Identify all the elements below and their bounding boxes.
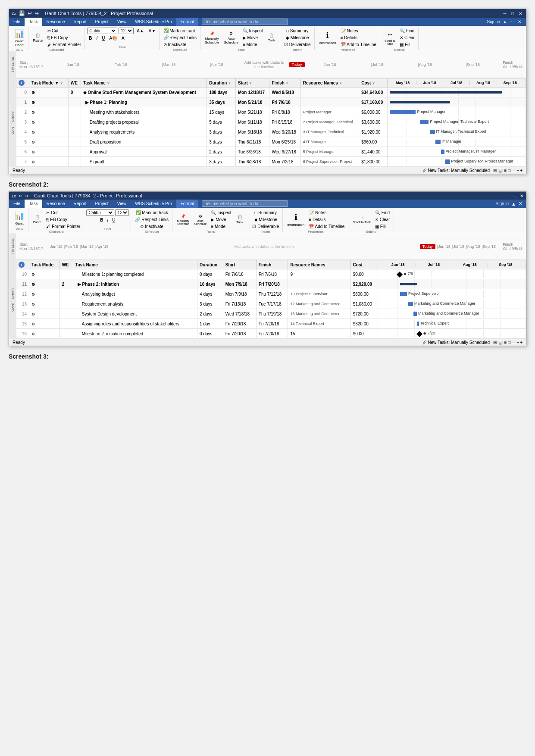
italic-btn[interactable]: I <box>94 35 99 41</box>
s2-undo-btn[interactable]: ↩ <box>19 194 22 198</box>
col-resource-names[interactable]: Resource Names <box>300 78 359 87</box>
s2-col-name[interactable]: Task Name <box>73 260 197 269</box>
col-duration[interactable]: Duration <box>207 78 236 87</box>
respect-links-btn[interactable]: 🔗 Respect Links <box>162 34 198 41</box>
s2-tab-project[interactable]: Project <box>91 200 113 208</box>
tab-task[interactable]: Task <box>25 18 42 26</box>
s2-sign-in[interactable]: Sign in <box>496 201 509 206</box>
s2-respect-links[interactable]: 🔗 Respect Links <box>133 216 170 223</box>
ribbon-minimize-icon[interactable]: ▲ <box>503 19 507 24</box>
tab-view[interactable]: View <box>113 18 131 26</box>
scroll-btn[interactable]: ↔ Scroll toTask <box>382 29 397 47</box>
s2-gantt-btn[interactable]: 📊 Gantt <box>13 210 26 227</box>
tab-resource[interactable]: Resource <box>42 18 69 26</box>
gantt-chart-btn[interactable]: 📊 GanttChart <box>13 28 26 48</box>
mode-btn[interactable]: ≡ Mode <box>241 41 265 48</box>
maximize-btn[interactable]: □ <box>510 10 516 16</box>
s2-col-dur[interactable]: Duration <box>197 260 223 269</box>
s2-milestone-btn[interactable]: ◆ Milestone <box>253 216 279 223</box>
summary-btn[interactable]: □ Summary <box>285 28 310 34</box>
deliverable-btn[interactable]: ☑ Deliverable <box>282 41 313 48</box>
s2-move[interactable]: ▶ Move <box>209 216 233 223</box>
s2-task-btn[interactable]: 📋 Task <box>233 212 246 228</box>
font-size-select[interactable]: 12 <box>119 28 134 34</box>
s2-col-mode[interactable]: Task Mode <box>29 260 60 269</box>
s2-tab-resource[interactable]: Resource <box>42 200 69 208</box>
s2-details-btn[interactable]: ≡ Details <box>307 216 346 223</box>
s2-close[interactable]: ✕ <box>520 194 523 198</box>
paste-btn[interactable]: 📋 Paste <box>31 28 45 48</box>
close-btn[interactable]: ✕ <box>517 10 523 16</box>
s2-size-select[interactable]: 12 <box>115 209 129 216</box>
minimize-btn[interactable]: ─ <box>502 10 508 16</box>
s2-mode[interactable]: ≡ Mode <box>209 223 233 230</box>
s2-col-we[interactable]: WE <box>59 260 73 269</box>
today-btn[interactable]: Today <box>289 62 305 67</box>
s2-copy-btn[interactable]: ⎘ EB Copy <box>44 216 82 223</box>
quick-access-redo[interactable]: ↪ <box>34 10 39 16</box>
s2-italic[interactable]: I <box>106 217 110 223</box>
auto-schedule-btn[interactable]: ⚙ AutoSchedule <box>222 30 240 46</box>
s2-summary-btn[interactable]: □ Summary <box>253 209 279 216</box>
s2-paste-btn[interactable]: 📋 Paste <box>31 209 44 230</box>
s2-redo-btn[interactable]: ↪ <box>25 194 28 198</box>
s2-col-resources[interactable]: Resource Names <box>288 260 350 269</box>
tab-format[interactable]: Format <box>176 18 199 26</box>
s2-timeline-btn[interactable]: 📅 Add to Timeline <box>307 223 346 230</box>
quick-access-undo[interactable]: ↩ <box>28 10 32 16</box>
font-decrease-btn[interactable]: A▼ <box>147 28 158 34</box>
s2-col-cost[interactable]: Cost <box>350 260 378 269</box>
inspect-btn[interactable]: 🔍 Inspect <box>241 28 265 34</box>
s2-tab-view[interactable]: View <box>113 200 131 208</box>
fill-btn[interactable]: ▦ Fill <box>398 41 416 48</box>
clear-btn[interactable]: ✕ Clear <box>398 34 416 41</box>
s2-minimize[interactable]: ─ <box>511 194 514 198</box>
s2-cut-btn[interactable]: ✂ Cut <box>44 209 82 216</box>
milestone-btn[interactable]: ◆ Milestone <box>284 34 311 41</box>
s2-mark-track[interactable]: ✅ Mark on track <box>134 209 170 216</box>
font-color-btn[interactable]: A <box>120 35 126 41</box>
s2-tab-file[interactable]: File <box>9 200 25 208</box>
col-we[interactable]: WE <box>68 78 81 87</box>
s2-ribbon-minimize[interactable]: ▲ <box>511 201 516 206</box>
tab-wbs[interactable]: WBS Schedule Pro <box>131 18 176 26</box>
s2-information-btn[interactable]: ℹ Information <box>285 211 307 228</box>
s2-bold[interactable]: B <box>98 217 105 223</box>
add-timeline-btn[interactable]: 📅 Add to Timeline <box>339 41 378 48</box>
tab-project[interactable]: Project <box>91 18 113 26</box>
s2-scroll-btn[interactable]: ↔ Scroll to Task <box>350 212 373 228</box>
format-pointer-btn[interactable]: 🖌 Format Pointer <box>46 41 83 48</box>
s2-search-input[interactable] <box>202 200 288 207</box>
s2-notes-btn[interactable]: 📝 Notes <box>307 209 346 216</box>
s2-col-finish[interactable]: Finish <box>256 260 288 269</box>
bg-color-btn[interactable]: A🎨 <box>107 35 119 41</box>
move-btn[interactable]: ▶ Move <box>241 34 265 41</box>
s2-gantt-scroll[interactable]: i Task Mode WE Task Name Duration Start … <box>16 260 526 339</box>
s2-today-btn[interactable]: Today <box>420 244 435 249</box>
s2-underline[interactable]: U <box>110 217 117 223</box>
tab-file[interactable]: File <box>9 18 25 26</box>
s2-tab-task[interactable]: Task <box>25 200 42 208</box>
details-btn[interactable]: ≡ Details <box>339 34 378 41</box>
sign-in-link[interactable]: Sign in <box>487 19 501 24</box>
notes-btn[interactable]: 📝 Notes <box>339 28 378 34</box>
s2-maximize[interactable]: □ <box>516 194 518 198</box>
find-btn[interactable]: 🔍 Find <box>398 28 416 34</box>
col-task-mode[interactable]: Task Mode ▼ <box>29 78 69 87</box>
s2-inspect[interactable]: 🔍 Inspect <box>209 209 233 216</box>
s2-find-btn[interactable]: 🔍 Find <box>373 209 392 216</box>
tab-report[interactable]: Report <box>69 18 91 26</box>
inactivate-btn[interactable]: ⊘ Inactivate <box>162 41 188 48</box>
tell-me-input[interactable] <box>202 19 288 25</box>
s2-tab-wbs[interactable]: WBS Schedule Pro <box>131 200 176 208</box>
s2-inactivate[interactable]: ⊘ Inactivate <box>138 223 165 230</box>
ribbon-options-icon[interactable]: ⋯ <box>510 19 514 24</box>
quick-access-save[interactable]: 💾 <box>19 10 25 16</box>
mark-on-track-btn[interactable]: ✅ Mark on track <box>162 28 197 34</box>
gantt-scroll-area[interactable]: i Task Mode ▼ WE Task Name Duration Star… <box>16 78 526 167</box>
font-increase-btn[interactable]: A▲ <box>135 28 146 34</box>
s2-tab-format[interactable]: Format <box>176 200 199 208</box>
s2-tab-report[interactable]: Report <box>69 200 91 208</box>
cut-btn[interactable]: ✂ Cut <box>46 28 83 34</box>
close-ribbon-btn[interactable]: ✕ <box>516 19 522 25</box>
